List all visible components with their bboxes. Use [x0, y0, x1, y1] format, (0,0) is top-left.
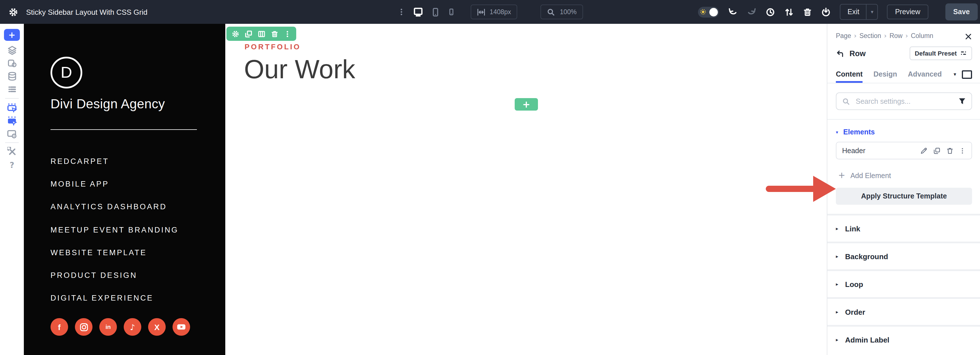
apply-structure-template-button[interactable]: Apply Structure Template — [836, 188, 972, 205]
database-icon[interactable] — [5, 70, 19, 82]
section-loop[interactable]: ▸ Loop — [827, 269, 980, 297]
triangle-right-icon: ▸ — [836, 309, 838, 315]
element-item-header[interactable]: Header — [836, 142, 972, 159]
section-options-ellipsis-icon[interactable] — [284, 30, 291, 38]
chevron-right-icon: › — [905, 32, 908, 40]
sidebar-divider — [51, 129, 197, 130]
section-settings-gear-icon[interactable] — [232, 30, 239, 38]
sun-icon — [700, 8, 707, 15]
section-admin-label[interactable]: ▸ Admin Label — [827, 325, 980, 353]
settings-sections: ▸ Link ▸ Background ▸ Loop ▸ Order ▸ Adm… — [827, 214, 980, 353]
instagram-icon[interactable] — [75, 318, 92, 336]
add-element-button[interactable]: + Add Element — [838, 171, 972, 180]
layers-icon[interactable] — [5, 44, 19, 56]
section-link[interactable]: ▸ Link — [827, 214, 980, 242]
device-desktop-icon[interactable] — [962, 70, 972, 79]
redo-icon[interactable] — [747, 7, 757, 17]
breadcrumb-row[interactable]: Row — [889, 32, 902, 39]
exit-button[interactable]: Exit — [841, 5, 866, 19]
tab-advanced[interactable]: Advanced — [908, 66, 942, 83]
duplicate-icon[interactable] — [933, 147, 941, 155]
breadcrumb: Page › Section › Row › Column — [827, 24, 980, 40]
social-links: f in ♪ X — [51, 318, 190, 336]
responsive-view-controls: 1408px 100% — [397, 0, 583, 24]
portability-icon[interactable] — [821, 7, 831, 17]
linkedin-icon[interactable]: in — [99, 318, 117, 336]
menu-item-product-design[interactable]: PRODUCT DESIGN — [51, 264, 178, 287]
sort-arrows-icon[interactable] — [784, 7, 794, 17]
history-icon[interactable] — [766, 7, 775, 17]
tiktok-icon[interactable]: ♪ — [124, 318, 141, 336]
top-bar: Sticky Sidebar Layout With CSS Grid 1408… — [0, 0, 980, 24]
elements-heading: Elements — [843, 128, 875, 136]
portfolio-menu: REDCARPET MOBILE APP ANALYTICS DASHBOARD… — [51, 150, 178, 310]
section-columns-icon[interactable] — [258, 30, 266, 38]
click-mode-icon[interactable] — [5, 114, 19, 127]
width-arrows-icon — [477, 8, 485, 16]
add-row-button[interactable] — [515, 98, 538, 111]
trash-icon[interactable] — [803, 7, 812, 17]
close-icon[interactable] — [963, 31, 973, 41]
top-bar-actions: Exit ▾ Preview Save — [698, 0, 978, 24]
panel-divider — [827, 119, 980, 120]
tabs-caret-down-icon[interactable]: ▾ — [954, 71, 956, 77]
responsive-width-input[interactable]: 1408px — [471, 5, 517, 19]
view-options-ellipsis-icon[interactable] — [397, 7, 405, 16]
section-eyebrow: PORTFOLIO — [245, 43, 301, 51]
back-arrow-icon[interactable] — [836, 49, 845, 57]
menu-item-digital-experience[interactable]: DIGITAL EXPERIENCE — [51, 287, 178, 310]
x-twitter-icon[interactable]: X — [148, 318, 166, 336]
edit-pencil-icon[interactable] — [920, 147, 928, 155]
breadcrumb-column[interactable]: Column — [911, 32, 933, 39]
add-element-label: Add Element — [850, 171, 891, 179]
rows-icon[interactable] — [5, 83, 19, 95]
default-preset-button[interactable]: Default Preset — [910, 46, 972, 60]
settings-tabs: Content Design Advanced ▾ — [827, 66, 980, 83]
section-order[interactable]: ▸ Order — [827, 297, 980, 325]
exit-button-group: Exit ▾ — [840, 4, 878, 20]
search-input[interactable] — [854, 97, 954, 106]
breadcrumb-page[interactable]: Page — [836, 32, 851, 39]
preset-icon — [961, 51, 967, 56]
menu-item-website-template[interactable]: WEBSITE TEMPLATE — [51, 241, 178, 264]
element-header: Row Default Preset — [836, 46, 972, 61]
menu-item-mobile-app[interactable]: MOBILE APP — [51, 173, 178, 196]
desktop-view-icon[interactable] — [412, 7, 423, 17]
options-ellipsis-icon[interactable] — [959, 147, 966, 155]
tab-content[interactable]: Content — [836, 66, 862, 83]
section-delete-icon[interactable] — [270, 30, 278, 38]
settings-search — [836, 92, 972, 110]
breadcrumb-section[interactable]: Section — [859, 32, 881, 39]
filter-funnel-icon[interactable] — [958, 98, 966, 105]
exit-caret-icon[interactable]: ▾ — [866, 5, 878, 19]
plus-icon: + — [838, 171, 845, 180]
light-dark-toggle[interactable] — [698, 6, 719, 17]
preview-window-icon[interactable] — [5, 128, 19, 139]
preview-button[interactable]: Preview — [887, 5, 928, 19]
save-button[interactable]: Save — [945, 3, 978, 21]
youtube-icon[interactable] — [172, 318, 190, 336]
tab-design[interactable]: Design — [873, 66, 897, 83]
section-background[interactable]: ▸ Background — [827, 242, 980, 269]
phone-view-icon[interactable] — [447, 7, 455, 16]
section-heading: Our Work — [244, 54, 355, 84]
add-module-button[interactable] — [4, 29, 20, 41]
tools-icon[interactable] — [5, 146, 19, 158]
zoom-level-input[interactable]: 100% — [541, 5, 583, 19]
toolbar-divider — [5, 98, 19, 99]
section-duplicate-icon[interactable] — [245, 30, 253, 38]
brand-logo-letter: D — [61, 63, 72, 82]
menu-item-meetup-event-branding[interactable]: MEETUP EVENT BRANDING — [51, 218, 178, 241]
elements-section-header[interactable]: ▾ Elements — [836, 128, 972, 136]
help-icon[interactable]: ? — [5, 159, 19, 171]
delete-trash-icon[interactable] — [946, 147, 954, 155]
tablet-view-icon[interactable] — [431, 7, 440, 17]
hover-mode-icon[interactable] — [5, 101, 19, 113]
search-icon — [842, 97, 850, 105]
facebook-icon[interactable]: f — [51, 318, 68, 336]
menu-item-redcarpet[interactable]: REDCARPET — [51, 150, 178, 173]
page-settings-gear-icon[interactable] — [8, 7, 18, 17]
pages-icon[interactable] — [5, 57, 19, 69]
menu-item-analytics-dashboard[interactable]: ANALYTICS DASHBOARD — [51, 195, 178, 218]
undo-icon[interactable] — [728, 7, 738, 17]
